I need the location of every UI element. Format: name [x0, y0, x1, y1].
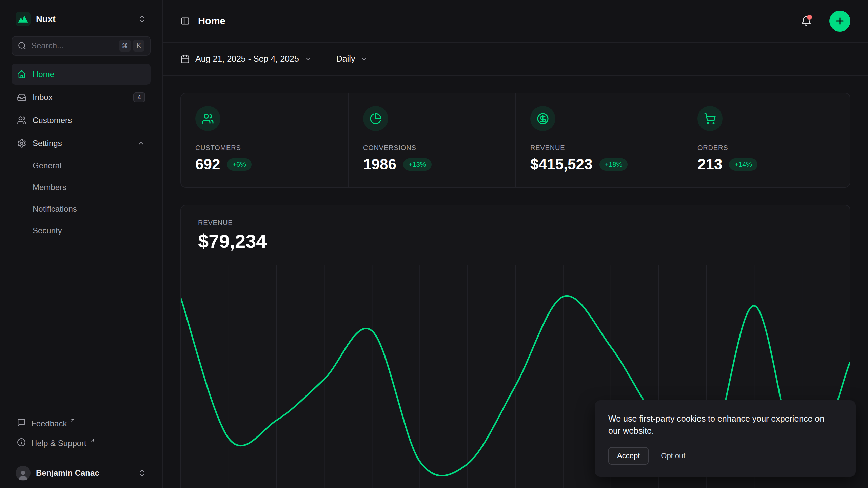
users-icon	[195, 106, 220, 131]
sidebar-item-notifications[interactable]: Notifications	[12, 199, 151, 219]
chevrons-up-down-icon	[138, 15, 146, 23]
date-range-picker[interactable]: Aug 21, 2025 - Sep 4, 2025	[180, 54, 312, 64]
revenue-chart-value: $79,234	[198, 230, 833, 252]
stat-label: ORDERS	[697, 144, 835, 152]
help-support-link[interactable]: Help & Support	[12, 434, 151, 453]
stats-grid: CUSTOMERS 692 +6% CONVERSIONS 1986 +13%	[180, 93, 850, 188]
sidebar-item-settings[interactable]: Settings	[12, 133, 151, 154]
cmd-keycap: ⌘	[119, 40, 131, 52]
plus-icon	[834, 16, 845, 26]
search-icon	[18, 41, 26, 50]
k-keycap: K	[133, 40, 144, 52]
stat-value: 1986	[363, 156, 396, 173]
stat-label: CONVERSIONS	[363, 144, 501, 152]
stat-card-customers: CUSTOMERS 692 +6%	[181, 93, 348, 187]
sidebar-item-general[interactable]: General	[12, 156, 151, 176]
sidebar-nav: Home Inbox 4 Customers Settings General	[12, 64, 151, 241]
search-shortcut: ⌘ K	[119, 40, 144, 52]
stat-card-revenue: REVENUE $415,523 +18%	[515, 93, 683, 187]
granularity-value: Daily	[336, 54, 355, 64]
optout-cookies-button[interactable]: Opt out	[661, 451, 685, 460]
calendar-icon	[180, 54, 190, 64]
cookie-message: We use first-party cookies to enhance yo…	[608, 412, 825, 437]
stat-card-conversions: CONVERSIONS 1986 +13%	[348, 93, 515, 187]
date-range-value: Aug 21, 2025 - Sep 4, 2025	[195, 54, 299, 64]
help-support-label: Help & Support	[31, 438, 86, 449]
external-link-icon	[89, 437, 95, 443]
chevron-down-icon	[360, 55, 368, 63]
cookie-banner: We use first-party cookies to enhance yo…	[595, 400, 856, 477]
dollar-circle-icon	[530, 106, 555, 131]
sidebar-footer: Feedback Help & Support	[12, 414, 151, 458]
external-link-icon	[70, 418, 76, 424]
sidebar-toggle-icon[interactable]	[180, 16, 190, 26]
granularity-select[interactable]: Daily	[336, 54, 368, 64]
page-title: Home	[198, 16, 225, 27]
add-button[interactable]	[829, 11, 850, 32]
filter-bar: Aug 21, 2025 - Sep 4, 2025 Daily	[163, 43, 868, 76]
chevron-down-icon	[304, 55, 312, 63]
feedback-label: Feedback	[31, 418, 67, 429]
accept-cookies-button[interactable]: Accept	[608, 447, 649, 465]
users-icon	[17, 116, 26, 125]
user-name: Benjamin Canac	[36, 468, 99, 478]
stat-change-badge: +6%	[227, 158, 252, 171]
workspace-switcher[interactable]: Nuxt	[12, 8, 151, 30]
user-menu[interactable]: Benjamin Canac	[0, 458, 162, 488]
stat-label: REVENUE	[530, 144, 668, 152]
avatar	[16, 466, 31, 481]
chevrons-up-down-icon	[138, 469, 146, 477]
search-box[interactable]: ⌘ K	[12, 36, 151, 56]
sidebar: Nuxt ⌘ K Home Inbox 4	[0, 0, 163, 488]
workspace-name: Nuxt	[36, 14, 56, 24]
notifications-button[interactable]	[801, 16, 812, 26]
revenue-chart-label: REVENUE	[198, 219, 833, 227]
home-icon	[17, 69, 26, 79]
stat-change-badge: +14%	[729, 158, 757, 171]
sidebar-item-customers[interactable]: Customers	[12, 110, 151, 131]
sidebar-item-label: Customers	[33, 116, 72, 125]
info-circle-icon	[17, 438, 26, 447]
stat-value: 692	[195, 156, 220, 173]
chevron-up-icon	[137, 139, 145, 147]
sidebar-item-members[interactable]: Members	[12, 178, 151, 197]
search-input[interactable]	[31, 41, 114, 50]
pie-chart-icon	[363, 106, 388, 131]
sidebar-item-label: Home	[33, 69, 54, 79]
cart-icon	[697, 106, 723, 131]
inbox-icon	[17, 93, 26, 102]
stat-change-badge: +13%	[403, 158, 432, 171]
notification-dot	[807, 15, 812, 20]
sidebar-item-label: Settings	[33, 139, 62, 148]
stat-change-badge: +18%	[599, 158, 628, 171]
sidebar-item-label: Inbox	[33, 93, 53, 102]
gear-icon	[17, 139, 26, 148]
nuxt-logo-icon	[16, 12, 31, 26]
feedback-link[interactable]: Feedback	[12, 414, 151, 434]
page-header: Home	[163, 0, 868, 43]
chat-bubble-icon	[17, 418, 26, 427]
stat-value: $415,523	[530, 156, 593, 173]
sidebar-item-security[interactable]: Security	[12, 221, 151, 241]
sidebar-item-home[interactable]: Home	[12, 64, 151, 85]
sidebar-item-inbox[interactable]: Inbox 4	[12, 87, 151, 108]
stat-card-orders: ORDERS 213 +14%	[683, 93, 850, 187]
stat-label: CUSTOMERS	[195, 144, 334, 152]
stat-value: 213	[697, 156, 722, 173]
inbox-count-badge: 4	[133, 92, 145, 102]
